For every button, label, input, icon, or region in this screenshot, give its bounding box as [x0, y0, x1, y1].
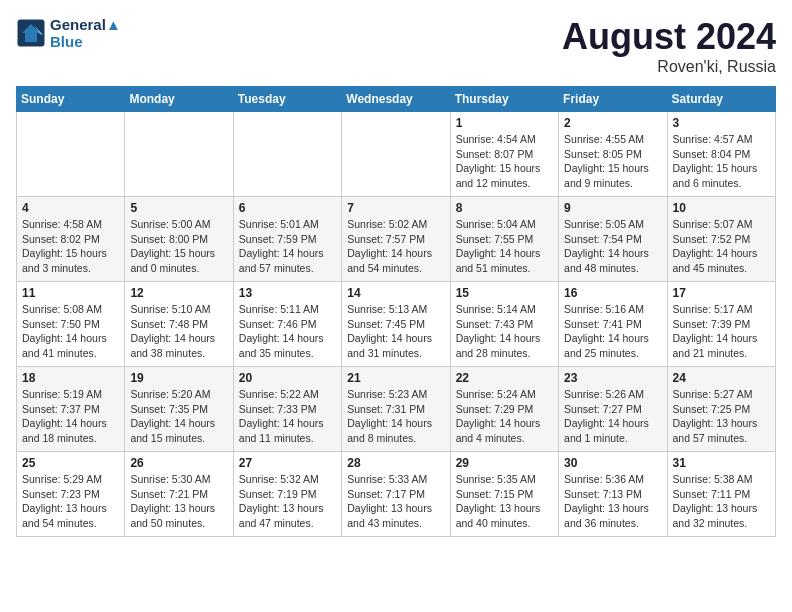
- day-info: Sunrise: 5:30 AMSunset: 7:21 PMDaylight:…: [130, 472, 227, 531]
- day-info: Sunrise: 5:20 AMSunset: 7:35 PMDaylight:…: [130, 387, 227, 446]
- calendar-cell-3-3: 21Sunrise: 5:23 AMSunset: 7:31 PMDayligh…: [342, 367, 450, 452]
- month-title: August 2024: [562, 16, 776, 58]
- day-number: 2: [564, 116, 661, 130]
- day-info: Sunrise: 5:22 AMSunset: 7:33 PMDaylight:…: [239, 387, 336, 446]
- logo: General▲ Blue: [16, 16, 121, 50]
- day-info: Sunrise: 5:04 AMSunset: 7:55 PMDaylight:…: [456, 217, 553, 276]
- day-info: Sunrise: 5:05 AMSunset: 7:54 PMDaylight:…: [564, 217, 661, 276]
- calendar-cell-3-5: 23Sunrise: 5:26 AMSunset: 7:27 PMDayligh…: [559, 367, 667, 452]
- day-info: Sunrise: 5:11 AMSunset: 7:46 PMDaylight:…: [239, 302, 336, 361]
- day-info: Sunrise: 5:17 AMSunset: 7:39 PMDaylight:…: [673, 302, 770, 361]
- day-info: Sunrise: 5:35 AMSunset: 7:15 PMDaylight:…: [456, 472, 553, 531]
- calendar-cell-2-4: 15Sunrise: 5:14 AMSunset: 7:43 PMDayligh…: [450, 282, 558, 367]
- day-info: Sunrise: 4:57 AMSunset: 8:04 PMDaylight:…: [673, 132, 770, 191]
- day-number: 11: [22, 286, 119, 300]
- week-row-5: 25Sunrise: 5:29 AMSunset: 7:23 PMDayligh…: [17, 452, 776, 537]
- day-info: Sunrise: 4:58 AMSunset: 8:02 PMDaylight:…: [22, 217, 119, 276]
- calendar-cell-1-0: 4Sunrise: 4:58 AMSunset: 8:02 PMDaylight…: [17, 197, 125, 282]
- col-friday: Friday: [559, 87, 667, 112]
- calendar-cell-1-2: 6Sunrise: 5:01 AMSunset: 7:59 PMDaylight…: [233, 197, 341, 282]
- day-info: Sunrise: 5:32 AMSunset: 7:19 PMDaylight:…: [239, 472, 336, 531]
- calendar-cell-2-2: 13Sunrise: 5:11 AMSunset: 7:46 PMDayligh…: [233, 282, 341, 367]
- col-monday: Monday: [125, 87, 233, 112]
- day-info: Sunrise: 5:19 AMSunset: 7:37 PMDaylight:…: [22, 387, 119, 446]
- location: Roven'ki, Russia: [562, 58, 776, 76]
- day-number: 7: [347, 201, 444, 215]
- col-wednesday: Wednesday: [342, 87, 450, 112]
- day-number: 29: [456, 456, 553, 470]
- day-number: 21: [347, 371, 444, 385]
- day-number: 5: [130, 201, 227, 215]
- day-info: Sunrise: 5:26 AMSunset: 7:27 PMDaylight:…: [564, 387, 661, 446]
- day-info: Sunrise: 5:27 AMSunset: 7:25 PMDaylight:…: [673, 387, 770, 446]
- day-number: 1: [456, 116, 553, 130]
- day-info: Sunrise: 5:13 AMSunset: 7:45 PMDaylight:…: [347, 302, 444, 361]
- day-number: 6: [239, 201, 336, 215]
- day-number: 28: [347, 456, 444, 470]
- day-number: 27: [239, 456, 336, 470]
- calendar-cell-1-1: 5Sunrise: 5:00 AMSunset: 8:00 PMDaylight…: [125, 197, 233, 282]
- calendar-cell-3-1: 19Sunrise: 5:20 AMSunset: 7:35 PMDayligh…: [125, 367, 233, 452]
- col-thursday: Thursday: [450, 87, 558, 112]
- day-info: Sunrise: 5:02 AMSunset: 7:57 PMDaylight:…: [347, 217, 444, 276]
- day-info: Sunrise: 5:16 AMSunset: 7:41 PMDaylight:…: [564, 302, 661, 361]
- day-number: 19: [130, 371, 227, 385]
- day-info: Sunrise: 5:08 AMSunset: 7:50 PMDaylight:…: [22, 302, 119, 361]
- day-info: Sunrise: 5:00 AMSunset: 8:00 PMDaylight:…: [130, 217, 227, 276]
- day-number: 17: [673, 286, 770, 300]
- day-number: 22: [456, 371, 553, 385]
- title-block: August 2024 Roven'ki, Russia: [562, 16, 776, 76]
- calendar-cell-0-0: [17, 112, 125, 197]
- day-number: 31: [673, 456, 770, 470]
- day-number: 25: [22, 456, 119, 470]
- day-info: Sunrise: 5:29 AMSunset: 7:23 PMDaylight:…: [22, 472, 119, 531]
- week-row-1: 1Sunrise: 4:54 AMSunset: 8:07 PMDaylight…: [17, 112, 776, 197]
- day-info: Sunrise: 5:38 AMSunset: 7:11 PMDaylight:…: [673, 472, 770, 531]
- day-info: Sunrise: 4:55 AMSunset: 8:05 PMDaylight:…: [564, 132, 661, 191]
- day-number: 9: [564, 201, 661, 215]
- day-number: 13: [239, 286, 336, 300]
- calendar-cell-4-6: 31Sunrise: 5:38 AMSunset: 7:11 PMDayligh…: [667, 452, 775, 537]
- calendar-cell-4-4: 29Sunrise: 5:35 AMSunset: 7:15 PMDayligh…: [450, 452, 558, 537]
- day-number: 14: [347, 286, 444, 300]
- calendar-cell-2-3: 14Sunrise: 5:13 AMSunset: 7:45 PMDayligh…: [342, 282, 450, 367]
- calendar-cell-2-5: 16Sunrise: 5:16 AMSunset: 7:41 PMDayligh…: [559, 282, 667, 367]
- calendar-cell-4-0: 25Sunrise: 5:29 AMSunset: 7:23 PMDayligh…: [17, 452, 125, 537]
- calendar-cell-1-5: 9Sunrise: 5:05 AMSunset: 7:54 PMDaylight…: [559, 197, 667, 282]
- calendar-cell-4-1: 26Sunrise: 5:30 AMSunset: 7:21 PMDayligh…: [125, 452, 233, 537]
- day-info: Sunrise: 5:10 AMSunset: 7:48 PMDaylight:…: [130, 302, 227, 361]
- col-sunday: Sunday: [17, 87, 125, 112]
- day-info: Sunrise: 5:01 AMSunset: 7:59 PMDaylight:…: [239, 217, 336, 276]
- calendar-cell-2-6: 17Sunrise: 5:17 AMSunset: 7:39 PMDayligh…: [667, 282, 775, 367]
- calendar-cell-0-1: [125, 112, 233, 197]
- calendar-cell-0-5: 2Sunrise: 4:55 AMSunset: 8:05 PMDaylight…: [559, 112, 667, 197]
- week-row-2: 4Sunrise: 4:58 AMSunset: 8:02 PMDaylight…: [17, 197, 776, 282]
- calendar-header-row: Sunday Monday Tuesday Wednesday Thursday…: [17, 87, 776, 112]
- calendar-cell-3-2: 20Sunrise: 5:22 AMSunset: 7:33 PMDayligh…: [233, 367, 341, 452]
- day-info: Sunrise: 5:07 AMSunset: 7:52 PMDaylight:…: [673, 217, 770, 276]
- calendar-cell-1-3: 7Sunrise: 5:02 AMSunset: 7:57 PMDaylight…: [342, 197, 450, 282]
- calendar-cell-0-3: [342, 112, 450, 197]
- day-number: 26: [130, 456, 227, 470]
- day-number: 16: [564, 286, 661, 300]
- logo-icon: [16, 18, 46, 48]
- col-tuesday: Tuesday: [233, 87, 341, 112]
- calendar-cell-4-3: 28Sunrise: 5:33 AMSunset: 7:17 PMDayligh…: [342, 452, 450, 537]
- calendar-cell-4-2: 27Sunrise: 5:32 AMSunset: 7:19 PMDayligh…: [233, 452, 341, 537]
- calendar-table: Sunday Monday Tuesday Wednesday Thursday…: [16, 86, 776, 537]
- day-info: Sunrise: 5:24 AMSunset: 7:29 PMDaylight:…: [456, 387, 553, 446]
- col-saturday: Saturday: [667, 87, 775, 112]
- day-number: 15: [456, 286, 553, 300]
- day-number: 3: [673, 116, 770, 130]
- day-number: 24: [673, 371, 770, 385]
- logo-text: General▲ Blue: [50, 16, 121, 50]
- week-row-3: 11Sunrise: 5:08 AMSunset: 7:50 PMDayligh…: [17, 282, 776, 367]
- day-number: 8: [456, 201, 553, 215]
- page-header: General▲ Blue August 2024 Roven'ki, Russ…: [16, 16, 776, 76]
- day-number: 10: [673, 201, 770, 215]
- calendar-cell-3-4: 22Sunrise: 5:24 AMSunset: 7:29 PMDayligh…: [450, 367, 558, 452]
- day-number: 12: [130, 286, 227, 300]
- calendar-cell-0-6: 3Sunrise: 4:57 AMSunset: 8:04 PMDaylight…: [667, 112, 775, 197]
- calendar-cell-2-0: 11Sunrise: 5:08 AMSunset: 7:50 PMDayligh…: [17, 282, 125, 367]
- calendar-cell-3-6: 24Sunrise: 5:27 AMSunset: 7:25 PMDayligh…: [667, 367, 775, 452]
